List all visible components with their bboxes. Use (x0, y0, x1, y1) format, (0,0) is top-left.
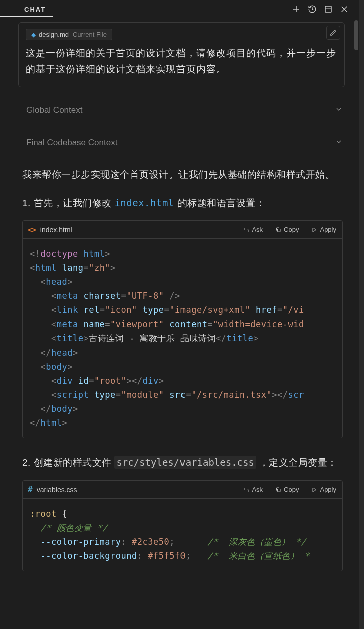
close-icon[interactable] (340, 5, 349, 14)
user-message-text: 这是一份详细的关于首页的设计文档，请修改项目的代码，并一步一步的基于这份详细的设… (26, 45, 337, 78)
file-chip-name: design.md (39, 31, 69, 38)
chat-tab[interactable]: CHAT (0, 2, 53, 17)
plus-icon[interactable] (292, 5, 301, 14)
html-file-icon: <> (28, 226, 36, 234)
global-context-label: Global Context (26, 105, 82, 115)
file-chip-label: Current File (73, 31, 107, 38)
apply-button[interactable]: Apply (305, 224, 342, 235)
final-codebase-label: Final Codebase Context (26, 138, 117, 148)
svg-rect-10 (278, 489, 281, 492)
code-body[interactable]: <!doctype html> <html lang="zh"> <head> … (23, 239, 342, 438)
apply-button[interactable]: Apply (305, 484, 342, 495)
css-file-icon: # (28, 485, 33, 494)
edit-message-button[interactable] (326, 26, 340, 40)
final-codebase-section[interactable]: Final Codebase Context (18, 134, 345, 152)
copy-button[interactable]: Copy (269, 224, 305, 235)
context-file-chip[interactable]: ◆ design.md Current File (26, 29, 112, 40)
code-filename: index.html (40, 226, 72, 234)
svg-rect-4 (325, 6, 331, 12)
code-block-index-html: <> index.html Ask Copy Apply (22, 220, 343, 438)
global-context-section[interactable]: Global Context (18, 101, 345, 120)
chevron-down-icon (335, 138, 343, 148)
svg-line-3 (312, 9, 313, 10)
svg-marker-9 (313, 228, 316, 232)
ask-button[interactable]: Ask (237, 224, 269, 235)
chat-header: CHAT (0, 0, 354, 18)
pin-icon: ◆ (31, 31, 36, 38)
code-body[interactable]: :root { /* 颜色变量 */ --color-primary: #2c3… (23, 499, 342, 571)
inline-code-filename: index.html (114, 197, 174, 208)
assistant-intro: 我来帮你一步步实现这个首页设计。让我们先从基础的结构和样式开始。 (22, 167, 343, 183)
scrollbar[interactable] (354, 0, 359, 629)
svg-marker-11 (313, 488, 316, 492)
code-block-variables-css: # variables.css Ask Copy Apply (22, 480, 343, 571)
window-icon[interactable] (324, 5, 333, 14)
user-message-box: ◆ design.md Current File 这是一份详细的关于首页的设计文… (18, 22, 345, 87)
chevron-down-icon (335, 105, 343, 116)
step-2-line: 2. 创建新的样式文件 src/styles/variables.css ，定义… (22, 454, 343, 471)
copy-button[interactable]: Copy (269, 484, 305, 495)
scrollbar-thumb[interactable] (354, 20, 358, 50)
history-icon[interactable] (308, 5, 317, 14)
ask-button[interactable]: Ask (237, 484, 269, 495)
code-filename: variables.css (37, 486, 77, 494)
step-1-line: 1. 首先，让我们修改 index.html 的标题和语言设置： (22, 195, 343, 211)
svg-rect-8 (278, 229, 281, 232)
inline-code-path: src/styles/variables.css (114, 456, 256, 469)
right-gutter (359, 0, 364, 629)
